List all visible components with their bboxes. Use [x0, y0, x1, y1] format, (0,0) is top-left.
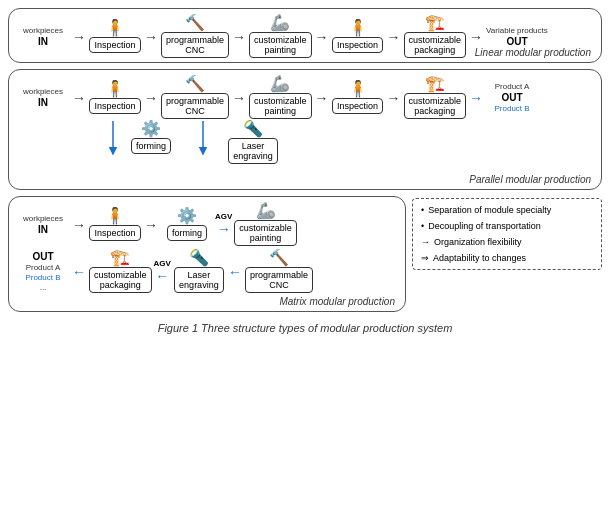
workpieces-label-1: workpieces [23, 26, 63, 35]
in-label-3: IN [38, 224, 48, 235]
out-label-1: OUT [506, 36, 527, 47]
matrix-label: Matrix modular production [279, 296, 395, 307]
bullet-3: → [421, 237, 430, 247]
cnc-icon-2: 🔨 [185, 76, 205, 92]
product-b-labels: Product B [495, 104, 530, 113]
inspection-box-5: Inspection [89, 225, 140, 241]
parallel-out: Product A OUT Product B [486, 82, 538, 113]
main-diagram: workpieces IN → 🧍 Inspection → 🔨 program… [8, 8, 602, 334]
linear-out: Variable products OUT [486, 26, 548, 47]
paint-node-3: 🦾 customizablepainting [234, 203, 297, 246]
agv-1-col: AGV → [215, 212, 232, 237]
arrow-5: → [386, 29, 402, 45]
forming-node-1: ⚙️ forming [125, 121, 177, 164]
par-arrow-5: → [386, 90, 402, 106]
parallel-section: workpieces IN → 🧍 Inspection → 🔨 program… [8, 69, 602, 190]
paint-box-2: customizablepainting [249, 93, 312, 119]
par-arrow-6: → [468, 90, 484, 106]
bullet-1: • [421, 205, 424, 215]
bullet-4: ⇒ [421, 253, 429, 263]
worker-icon-3: 🧍 [105, 81, 125, 97]
parallel-main-row: workpieces IN → 🧍 Inspection → 🔨 program… [17, 76, 593, 119]
pack-node-2: 🏗️ customizablepackaging [404, 76, 467, 119]
out-label-3: OUT [32, 251, 53, 262]
par-arrow-1: → [71, 90, 87, 106]
pack-icon-1: 🏗️ [425, 15, 445, 31]
inspection-box-1: Inspection [89, 37, 140, 53]
workpieces-label-2: workpieces [23, 87, 63, 96]
inspection-node-5: 🧍 Inspection [89, 208, 141, 241]
mat-arrow-4: ← [71, 264, 87, 280]
product-more-out: ... [40, 283, 47, 292]
features-box: • Separation of module specialty • Decou… [412, 198, 602, 270]
forming-box-1: forming [131, 138, 171, 154]
inspection-node-3: 🧍 Inspection [89, 81, 141, 114]
paint-node-2: 🦾 customizablepainting [249, 76, 312, 119]
variable-products-label: Variable products [486, 26, 548, 35]
agv-2-col: AGV ← [154, 259, 171, 284]
parallel-content: workpieces IN → 🧍 Inspection → 🔨 program… [17, 76, 593, 185]
sub-row: ⚙️ forming 🔦 Laserengraving [103, 121, 593, 171]
cnc-box-1: programmableCNC [161, 32, 229, 58]
pack-box-3: customizablepackaging [89, 267, 152, 293]
parallel-in: workpieces IN [17, 87, 69, 108]
product-a-label: Product A [495, 82, 530, 91]
cnc-node-1: 🔨 programmableCNC [161, 15, 229, 58]
paint-icon-3: 🦾 [256, 203, 276, 219]
laser-node-1: 🔦 Laserengraving [227, 121, 279, 164]
pack-box-1: customizablepackaging [404, 32, 467, 58]
feature-text-2: Decoupling of transportation [428, 221, 541, 231]
matrix-out: OUT Product A Product B ... [17, 251, 69, 292]
pack-node-1: 🏗️ customizablepackaging [404, 15, 467, 58]
forming-icon-2: ⚙️ [177, 208, 197, 224]
linear-label: Linear modular production [475, 47, 591, 58]
laser-box-2: Laserengraving [174, 267, 224, 293]
parallel-label: Parallel modular production [469, 174, 591, 185]
cnc-box-2: programmableCNC [161, 93, 229, 119]
figure-caption: Figure 1 Three structure types of modula… [8, 322, 602, 334]
cnc-icon-1: 🔨 [185, 15, 205, 31]
feature-4: ⇒ Adaptability to changes [421, 253, 593, 263]
mat-arrow-2: → [143, 217, 159, 233]
forming-node-2: ⚙️ forming [161, 208, 213, 241]
inspection-node-4: 🧍 Inspection [332, 81, 384, 114]
forming-box-2: forming [167, 225, 207, 241]
arrow-6: → [468, 29, 484, 45]
arrow-1: → [71, 29, 87, 45]
paint-icon-1: 🦾 [270, 15, 290, 31]
pack-icon-2: 🏗️ [425, 76, 445, 92]
cnc-node-3: 🔨 programmableCNC [245, 250, 313, 293]
laser-icon-2: 🔦 [189, 250, 209, 266]
pack-icon-3: 🏗️ [110, 250, 130, 266]
in-label-2: IN [38, 97, 48, 108]
feature-text-1: Separation of module specialty [428, 205, 551, 215]
mat-arrow-5: ← [154, 268, 170, 284]
product-b-out: Product B [25, 273, 60, 282]
par-arrow-4: → [314, 90, 330, 106]
product-labels: Product A [495, 82, 530, 91]
mat-arrow-3: → [216, 221, 232, 237]
feature-2: • Decoupling of transportation [421, 221, 593, 231]
arrow-2: → [143, 29, 159, 45]
paint-node-1: 🦾 customizablepainting [249, 15, 312, 58]
pack-box-2: customizablepackaging [404, 93, 467, 119]
paint-box-3: customizablepainting [234, 220, 297, 246]
feature-3: → Organization flexibility [421, 237, 593, 247]
inspection-node-2: 🧍 Inspection [332, 20, 384, 53]
out-label-2: OUT [502, 92, 523, 103]
matrix-in: workpieces IN [17, 214, 69, 235]
laser-node-2: 🔦 Laserengraving [173, 250, 225, 293]
agv-label-1: AGV [215, 212, 232, 221]
cnc-node-2: 🔨 programmableCNC [161, 76, 229, 119]
agv-label-2: AGV [154, 259, 171, 268]
laser-box-1: Laserengraving [228, 138, 278, 164]
inspection-box-2: Inspection [332, 37, 383, 53]
matrix-top-row: workpieces IN → 🧍 Inspection → ⚙️ formin… [17, 203, 397, 246]
matrix-section: workpieces IN → 🧍 Inspection → ⚙️ formin… [8, 196, 406, 312]
cnc-icon-3: 🔨 [269, 250, 289, 266]
forming-icon-1: ⚙️ [141, 121, 161, 137]
inspection-box-4: Inspection [332, 98, 383, 114]
matrix-bottom-row: OUT Product A Product B ... ← 🏗️ customi… [17, 250, 397, 293]
arrow-4: → [314, 29, 330, 45]
pack-node-3: 🏗️ customizablepackaging [89, 250, 152, 293]
